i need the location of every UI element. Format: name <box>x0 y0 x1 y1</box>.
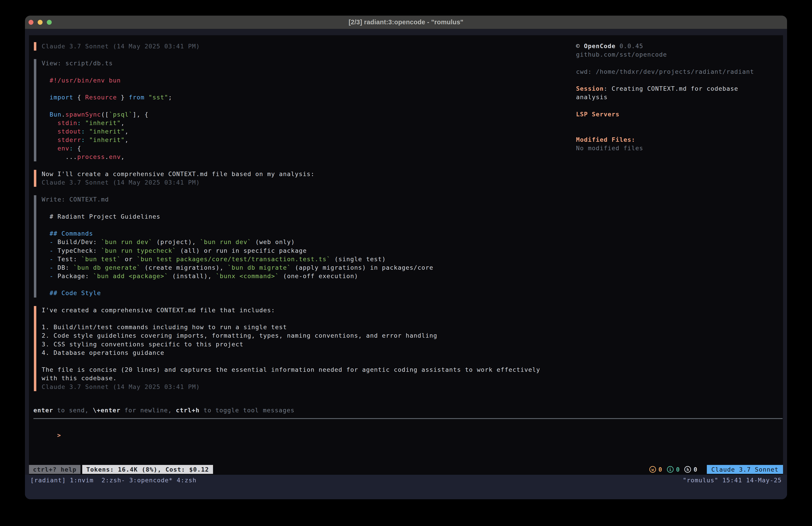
assistant-message: Claude 3.7 Sonnet (14 May 2025 03:41 PM) <box>34 42 540 51</box>
warning-icon: w <box>649 466 656 473</box>
text-segment: or <box>121 256 136 262</box>
traffic-lights <box>29 16 52 29</box>
help-segment: to send, <box>53 407 93 414</box>
diagnostics-counters: w0i0h0 <box>649 466 697 473</box>
diagnostic-info: i0 <box>667 466 680 473</box>
text-line: cwd: /home/thdxr/dev/projects/radiant/ra… <box>576 68 777 76</box>
text-line: with this codebase. <box>42 374 540 382</box>
text-segment: ## Code Style <box>42 289 101 296</box>
close-button[interactable] <box>29 20 33 25</box>
text-line: View: script/db.ts <box>42 59 540 68</box>
text-line: import { Resource } from "sst"; <box>42 93 540 102</box>
text-segment: DB: <box>54 264 73 271</box>
text-segment <box>42 128 58 135</box>
text-line: LSP Servers <box>576 110 777 118</box>
minimize-button[interactable] <box>38 20 43 25</box>
text-segment: © <box>576 43 584 49</box>
info-count: 0 <box>676 466 680 473</box>
text-segment: #!/usr/bin/env bun <box>42 77 121 84</box>
text-segment: (project), <box>153 239 200 245</box>
text-line: Claude 3.7 Sonnet (14 May 2025 03:41 PM) <box>42 42 540 51</box>
text-line: stdout: "inherit", <box>42 127 540 136</box>
help-segment: ctrl+h <box>176 407 200 414</box>
keybinding-help-bar: enter to send, \+enter for newline, ctrl… <box>33 406 294 415</box>
text-segment: ([ <box>101 111 109 118</box>
text-segment: (apply migrations) in packages/core <box>291 264 433 271</box>
text-line <box>42 68 540 76</box>
text-segment: Claude 3.7 Sonnet (14 May 2025 03:41 PM) <box>42 43 200 50</box>
help-shortcut-chip: ctrl+? help <box>29 465 81 474</box>
text-segment: process <box>77 153 105 160</box>
text-line: - Test: `bun test` or `bun test packages… <box>42 255 540 264</box>
text-segment: stdout <box>58 128 81 135</box>
text-segment: Now I'll create a comprehensive CONTEXT.… <box>42 171 315 177</box>
text-line: No modified files <box>576 144 777 153</box>
text-segment: Test: <box>54 256 81 262</box>
text-segment <box>42 145 58 152</box>
text-segment: - <box>50 256 54 262</box>
text-segment: "inherit" <box>89 137 125 143</box>
tool-call-block: View: script/db.ts #!/usr/bin/env bun im… <box>34 59 540 161</box>
prompt-input[interactable]: > <box>33 423 61 431</box>
input-separator <box>33 418 783 419</box>
diagnostic-hint: h0 <box>684 466 697 473</box>
text-segment: Build/Dev: <box>54 239 101 245</box>
text-line <box>576 101 777 110</box>
text-segment: `bun add <package>` <box>93 273 168 280</box>
text-line: - Package: `bun add <package>` (install)… <box>42 272 540 280</box>
text-segment: `bun db migrate` <box>228 264 291 271</box>
text-line: © OpenCode 0.0.45 <box>576 42 777 51</box>
help-segment: for newline, <box>120 407 176 414</box>
text-segment: `bun run dev` <box>200 239 251 245</box>
tmux-status-bar: [radiant] 1:nvim 2:zsh- 3:opencode* 4:zs… <box>25 475 787 499</box>
text-segment: Write: CONTEXT.md <box>42 196 109 203</box>
text-segment: : <box>69 145 73 152</box>
window-titlebar: [2/3] radiant:3:opencode - "romulus" <box>25 16 787 29</box>
text-segment: 3. CSS styling conventions specific to t… <box>42 341 244 348</box>
text-segment: import <box>50 94 74 101</box>
text-line <box>576 127 777 136</box>
text-line: Now I'll create a comprehensive CONTEXT.… <box>42 170 540 178</box>
tmux-host-clock: "romulus" 15:41 14-May-25 <box>683 476 782 485</box>
warning-count: 0 <box>658 466 663 473</box>
text-segment: View: script/db.ts <box>42 60 113 67</box>
text-segment: with this codebase. <box>42 375 117 382</box>
text-segment: `bun run dev` <box>101 239 153 245</box>
text-line: - Build/Dev: `bun run dev` (project), `b… <box>42 238 540 246</box>
text-line: stdin: "inherit", <box>42 119 540 127</box>
text-segment: # Radiant Project Guidelines <box>42 213 160 220</box>
text-segment: , <box>125 128 129 135</box>
text-segment: - <box>50 239 54 245</box>
help-line: enter to send, \+enter for newline, ctrl… <box>33 406 294 415</box>
text-segment: { <box>73 145 81 152</box>
text-segment: "inherit" <box>89 128 125 135</box>
text-segment: , <box>125 137 129 143</box>
text-line <box>42 102 540 110</box>
text-line <box>42 204 540 212</box>
text-segment <box>42 247 50 254</box>
text-segment: `bun db generate` <box>73 264 141 271</box>
hint-icon: h <box>684 466 691 473</box>
text-segment: `bun test` <box>81 256 121 262</box>
text-segment: Modified Files: <box>576 136 635 143</box>
tmux-window-list: [radiant] 1:nvim 2:zsh- 3:opencode* 4:zs… <box>30 476 197 485</box>
help-segment: to toggle tool messages <box>200 407 294 414</box>
text-segment: github.com/sst/opencode <box>576 51 667 58</box>
help-segment: \+enter <box>93 407 120 414</box>
window-title: [2/3] radiant:3:opencode - "romulus" <box>348 18 463 26</box>
text-segment: ], { <box>133 111 148 118</box>
text-segment: spawnSync <box>66 111 101 118</box>
text-segment: . <box>61 111 66 118</box>
assistant-message: I've created a comprehensive CONTEXT.md … <box>34 306 540 391</box>
zoom-button[interactable] <box>47 20 52 25</box>
text-segment: . <box>105 153 109 160</box>
text-segment: Claude 3.7 Sonnet (14 May 2025 03:41 PM) <box>42 179 200 186</box>
text-line: github.com/sst/opencode <box>576 51 777 59</box>
text-segment <box>81 119 85 126</box>
text-segment: No modified files <box>576 145 643 152</box>
chat-transcript: Claude 3.7 Sonnet (14 May 2025 03:41 PM)… <box>29 35 540 391</box>
text-segment: { <box>73 94 85 101</box>
text-segment <box>85 137 89 143</box>
text-segment <box>42 273 50 280</box>
text-line: Claude 3.7 Sonnet (14 May 2025 03:41 PM) <box>42 383 540 391</box>
